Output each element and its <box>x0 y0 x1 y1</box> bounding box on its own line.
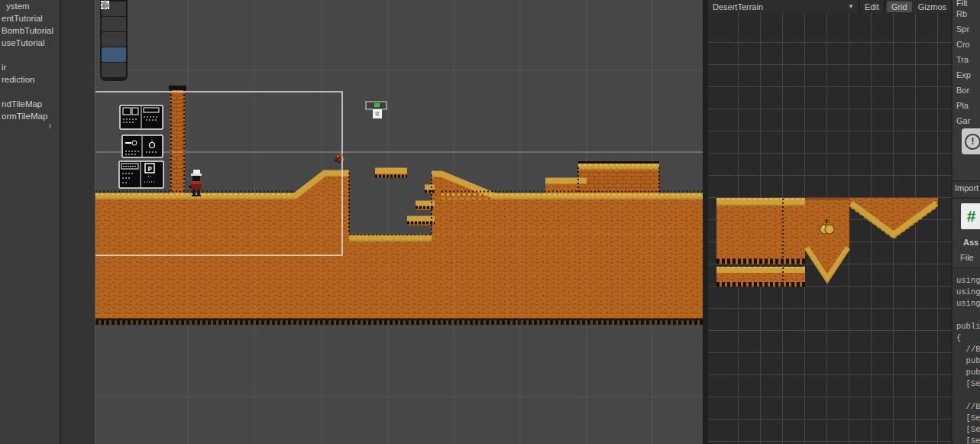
csharp-script-icon: # <box>961 203 980 229</box>
inspector-property: Pla <box>956 98 969 113</box>
code-line: using <box>956 298 980 310</box>
inspector-property: Bor <box>956 83 969 98</box>
hierarchy-item[interactable]: useTutorial <box>2 37 44 49</box>
inspector-property: Tra <box>956 52 969 67</box>
hierarchy-item[interactable]: BombTutorial <box>2 25 53 37</box>
hierarchy-item[interactable]: ystem <box>6 1 30 12</box>
code-line: [Ser <box>956 424 980 436</box>
code-line: pub <box>956 355 980 367</box>
tutorial-sign-2[interactable] <box>122 135 163 157</box>
import-section-header: Import <box>955 183 978 193</box>
palette-tile-valley-wide[interactable] <box>849 198 938 238</box>
hierarchy-item[interactable]: ndTileMap <box>2 99 42 110</box>
assembly-file-label: File <box>960 253 974 262</box>
code-line: //Bo <box>956 401 980 413</box>
rect-tool-button[interactable] <box>102 47 126 62</box>
inspector-property: Spr <box>956 21 969 37</box>
unity-editor-window: ystem entTutorial BombTutorial useTutori… <box>0 0 980 444</box>
apple-stem <box>826 219 828 223</box>
inspector-property: Exp <box>956 67 971 83</box>
warning-button[interactable]: ! <box>962 128 980 154</box>
palette-tile-dirt-with-apple[interactable] <box>805 198 849 242</box>
chevron-right-icon[interactable]: › <box>48 119 52 131</box>
inspector-property: Cro <box>956 37 970 52</box>
code-line: [Ser <box>956 436 980 444</box>
code-line: using <box>956 275 980 287</box>
palette-tile-ground-strip[interactable] <box>716 267 805 287</box>
code-line: //Ba <box>956 344 980 355</box>
tile-palette-panel: DesertTerrain ▼ Edit Grid Gizmos <box>708 0 951 444</box>
hierarchy-panel: ystem entTutorial BombTutorial useTutori… <box>0 0 60 444</box>
ui-marker-widget[interactable] <box>366 102 387 118</box>
scale-tool-button[interactable] <box>102 32 126 47</box>
code-line <box>956 310 980 321</box>
scene-view[interactable]: P <box>95 0 703 444</box>
tutorial-sign-3[interactable]: P <box>119 161 163 188</box>
section-divider <box>953 197 980 199</box>
section-divider <box>953 180 980 182</box>
scene-tools-overlay <box>100 0 128 81</box>
hierarchy-item[interactable]: ormTileMap <box>2 111 47 122</box>
code-line <box>956 390 980 401</box>
green-indicator <box>374 103 380 107</box>
panel-divider[interactable] <box>703 0 708 444</box>
code-line: public <box>956 321 980 332</box>
player-character[interactable] <box>186 170 202 196</box>
code-line: [Ser <box>956 413 980 424</box>
assembly-header: Ass <box>963 238 978 247</box>
tutorial-sign-1[interactable] <box>120 105 163 129</box>
hierarchy-item[interactable]: ir <box>2 62 6 73</box>
code-line: using <box>956 287 980 298</box>
inspector-property: Rb <box>956 6 967 21</box>
inspector-panel: Filt Rb Spr Cro Tra Exp Bor Pla Gar ! Im… <box>951 0 980 444</box>
script-preview: using using using public { //Ba pub pub … <box>953 271 980 444</box>
code-line: pub <box>956 367 980 378</box>
sign-p-label: P <box>148 166 153 173</box>
desert-terrain-tilemap[interactable] <box>95 86 703 322</box>
code-line: [Ser <box>956 378 980 390</box>
section-divider <box>953 267 980 269</box>
empty-panel-strip <box>61 0 95 444</box>
code-line: { <box>956 332 980 344</box>
palette-tiles <box>708 0 951 444</box>
terrain-pillar[interactable] <box>170 89 185 196</box>
transform-tool-icon <box>100 0 110 10</box>
hierarchy-item[interactable]: rediction <box>2 74 34 86</box>
palette-tile-ground-block[interactable] <box>716 198 805 264</box>
inspector-property: Gar <box>956 113 970 128</box>
transform-tool-button[interactable] <box>102 63 126 77</box>
palette-tile-valley-narrow[interactable] <box>805 242 849 283</box>
warning-icon: ! <box>965 134 980 150</box>
scene-canvas: P <box>95 0 703 444</box>
hierarchy-item[interactable]: entTutorial <box>2 13 43 24</box>
rotate-tool-button[interactable] <box>102 17 126 31</box>
